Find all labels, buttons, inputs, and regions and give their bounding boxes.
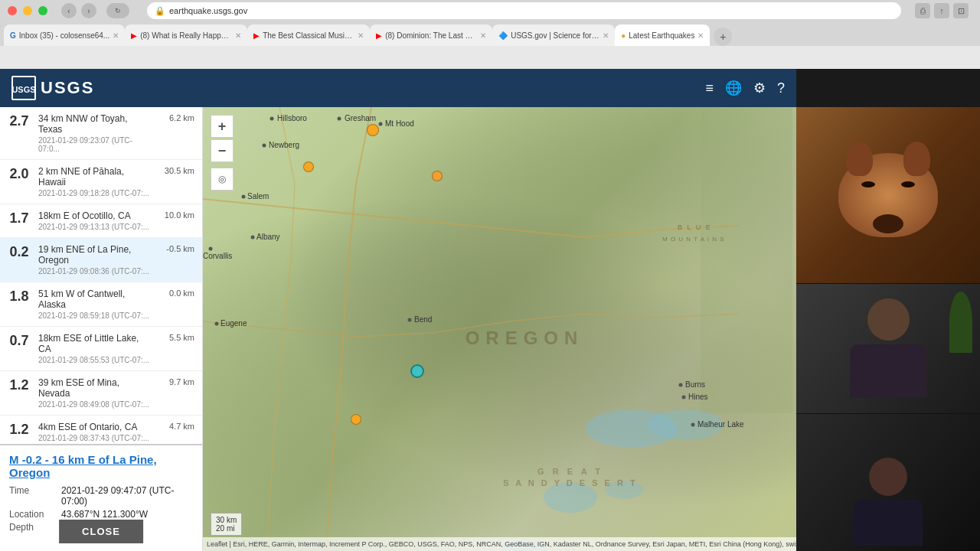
window-minimize-btn[interactable] xyxy=(23,6,32,15)
dog-video-content xyxy=(796,107,980,283)
eq-marker-3[interactable] xyxy=(432,171,443,181)
cast-icon[interactable]: ⎙ xyxy=(915,3,930,18)
restore-icon[interactable]: ⊡ xyxy=(953,3,969,18)
scale-km: 30 km xyxy=(216,516,237,524)
earthquake-list-item[interactable]: 0.7 18km ESE of Little Lake, CA 2021-01-… xyxy=(0,327,202,371)
eq-magnitude: 0.2 xyxy=(8,244,31,260)
detail-panel: M -0.2 - 16 km E of La Pine, Oregon Time… xyxy=(0,444,202,551)
dog-ear-left xyxy=(846,142,873,176)
eq-depth: 6.2 km xyxy=(160,113,194,122)
plant-decoration xyxy=(949,292,972,353)
zoom-out-button[interactable]: − xyxy=(211,139,234,162)
settings-icon[interactable]: ⚙ xyxy=(753,80,766,96)
detail-title[interactable]: M -0.2 - 16 km E of La Pine, Oregon xyxy=(9,453,193,479)
tab-yt2[interactable]: ▶ The Best Classical Music | ... ✕ xyxy=(247,24,370,46)
eq-time: 2021-01-29 08:37:43 (UTC-07:... xyxy=(38,434,152,442)
eq-magnitude: 1.8 xyxy=(8,289,31,305)
eq-magnitude: 1.2 xyxy=(8,377,31,393)
tab-earthquakes-close[interactable]: ✕ xyxy=(697,31,704,40)
tab-earthquakes[interactable]: ● Latest Earthquakes ✕ xyxy=(615,24,710,46)
zoom-in-button[interactable]: + xyxy=(211,115,234,138)
window-maximize-btn[interactable] xyxy=(38,6,47,15)
earthquake-list-item[interactable]: 1.2 39 km ESE of Mina, Nevada 2021-01-29… xyxy=(0,371,202,416)
close-button[interactable]: CLOSE xyxy=(59,520,143,543)
eq-time: 2021-01-29 08:59:18 (UTC-07:... xyxy=(38,311,152,320)
person1-video-content xyxy=(796,284,980,413)
main-content: USGS USGS ≡ 🌐 ⚙ ? 2.7 34 km NNW of Toyah… xyxy=(0,69,980,551)
scale-mi: 20 mi xyxy=(216,524,237,533)
eq-magnitude: 1.2 xyxy=(8,422,31,438)
video-panel-dog xyxy=(796,107,980,283)
chrome-frame: ‹ › ↻ 🔒 earthquake.usgs.gov ⎙ ↑ ⊡ G Inbo… xyxy=(0,0,980,69)
tab-usgs-label: USGS.gov | Science for a c... xyxy=(511,31,599,40)
person1-avatar xyxy=(850,298,926,398)
eq-marker-selected[interactable] xyxy=(410,364,424,378)
earthquake-list-item[interactable]: 0.2 19 km ENE of La Pine, Oregon 2021-01… xyxy=(0,238,202,282)
eq-location: 2 km NNE of Pāhala, Hawaii xyxy=(38,166,152,187)
tab-yt2-label: The Best Classical Music | ... xyxy=(263,31,354,40)
eq-depth: -0.5 km xyxy=(160,244,194,253)
tab-yt3[interactable]: ▶ (8) Dominion: The Last Sta... ✕ xyxy=(370,24,492,46)
help-icon[interactable]: ? xyxy=(777,80,785,96)
eq-depth: 30.5 km xyxy=(160,166,194,175)
detail-location-value: 43.687°N 121.300°W xyxy=(61,509,148,520)
earthquake-list-item[interactable]: 1.7 18km E of Ocotillo, CA 2021-01-29 09… xyxy=(0,204,202,238)
detail-depth-label: Depth xyxy=(9,522,55,533)
eq-marker-2[interactable] xyxy=(303,161,314,172)
detail-time-row: Time 2021-01-29 09:47:07 (UTC-07:00) xyxy=(9,485,193,507)
eq-time: 2021-01-29 09:08:36 (UTC-07:... xyxy=(38,267,152,276)
forward-button[interactable]: › xyxy=(81,3,96,18)
tab-gmail-close[interactable]: ✕ xyxy=(113,31,119,40)
back-button[interactable]: ‹ xyxy=(61,3,77,18)
tab-yt3-label: (8) Dominion: The Last Sta... xyxy=(385,31,477,40)
eq-info: 19 km ENE of La Pine, Oregon 2021-01-29 … xyxy=(38,244,152,276)
earthquake-list-item[interactable]: 2.0 2 km NNE of Pāhala, Hawaii 2021-01-2… xyxy=(0,160,202,204)
eq-info: 51 km W of Cantwell, Alaska 2021-01-29 0… xyxy=(38,289,152,320)
tab-yt3-close[interactable]: ✕ xyxy=(480,31,486,40)
earthquake-list-item[interactable]: 1.8 51 km W of Cantwell, Alaska 2021-01-… xyxy=(0,282,202,327)
share-icon[interactable]: ↑ xyxy=(934,3,949,18)
eq-magnitude: 2.0 xyxy=(8,166,31,182)
sidebar: 2.7 34 km NNW of Toyah, Texas 2021-01-29… xyxy=(0,107,203,551)
tab-gmail[interactable]: G Inbox (35) - colosense64... ✕ xyxy=(4,24,125,46)
person2-video-content xyxy=(796,414,980,552)
attribution-text: Leaflet | Esri, HERE, Garmin, Intermap, … xyxy=(207,540,875,548)
eq-time: 2021-01-29 09:18:28 (UTC-07:... xyxy=(38,189,152,197)
eq-time: 2021-01-29 08:55:53 (UTC-07:... xyxy=(38,356,152,364)
tab-yt1[interactable]: ▶ (8) What is Really Happenin... ✕ xyxy=(125,24,247,46)
tab-usgs[interactable]: 🔷 USGS.gov | Science for a c... ✕ xyxy=(492,24,615,46)
tab-yt1-close[interactable]: ✕ xyxy=(235,31,241,40)
eq-info: 18km E of Ocotillo, CA 2021-01-29 09:13:… xyxy=(38,210,152,231)
detail-location-row: Location 43.687°N 121.300°W xyxy=(9,509,193,520)
eq-location: 51 km W of Cantwell, Alaska xyxy=(38,289,152,310)
eq-info: 39 km ESE of Mina, Nevada 2021-01-29 08:… xyxy=(38,377,152,409)
reset-view-button[interactable]: ◎ xyxy=(211,168,234,191)
eq-marker-4[interactable] xyxy=(351,414,361,425)
person2-head xyxy=(869,458,907,496)
eq-magnitude: 0.7 xyxy=(8,333,31,349)
video-panels xyxy=(796,107,980,551)
dog-avatar xyxy=(835,142,942,249)
map-controls: + − ◎ xyxy=(211,115,234,191)
menu-icon[interactable]: ≡ xyxy=(705,80,714,96)
new-tab-button[interactable]: + xyxy=(714,28,732,46)
usgs-nav-icons: ≡ 🌐 ⚙ ? xyxy=(705,80,785,96)
svg-text:USGS: USGS xyxy=(13,85,34,94)
eq-marker-1[interactable] xyxy=(367,124,379,136)
tab-yt2-close[interactable]: ✕ xyxy=(358,31,364,40)
window-close-btn[interactable] xyxy=(8,6,17,15)
globe-icon[interactable]: 🌐 xyxy=(725,80,742,96)
eq-info: 2 km NNE of Pāhala, Hawaii 2021-01-29 09… xyxy=(38,166,152,197)
url-bar[interactable]: 🔒 earthquake.usgs.gov xyxy=(147,2,901,19)
detail-time-value: 2021-01-29 09:47:07 (UTC-07:00) xyxy=(61,485,193,507)
map-scale: 30 km 20 mi xyxy=(211,513,242,536)
eq-location: 18km ESE of Little Lake, CA xyxy=(38,333,152,354)
dog-ear-right xyxy=(903,142,930,176)
eq-info: 34 km NNW of Toyah, Texas 2021-01-29 09:… xyxy=(38,113,152,153)
tab-usgs-close[interactable]: ✕ xyxy=(603,31,609,40)
tab-gmail-label: Inbox (35) - colosense64... xyxy=(19,31,109,40)
earthquake-list-item[interactable]: 1.2 4km ESE of Ontario, CA 2021-01-29 08… xyxy=(0,416,202,444)
eq-depth: 5.5 km xyxy=(160,333,194,342)
earthquake-list-item[interactable]: 2.7 34 km NNW of Toyah, Texas 2021-01-29… xyxy=(0,107,202,160)
eq-depth: 9.7 km xyxy=(160,377,194,386)
